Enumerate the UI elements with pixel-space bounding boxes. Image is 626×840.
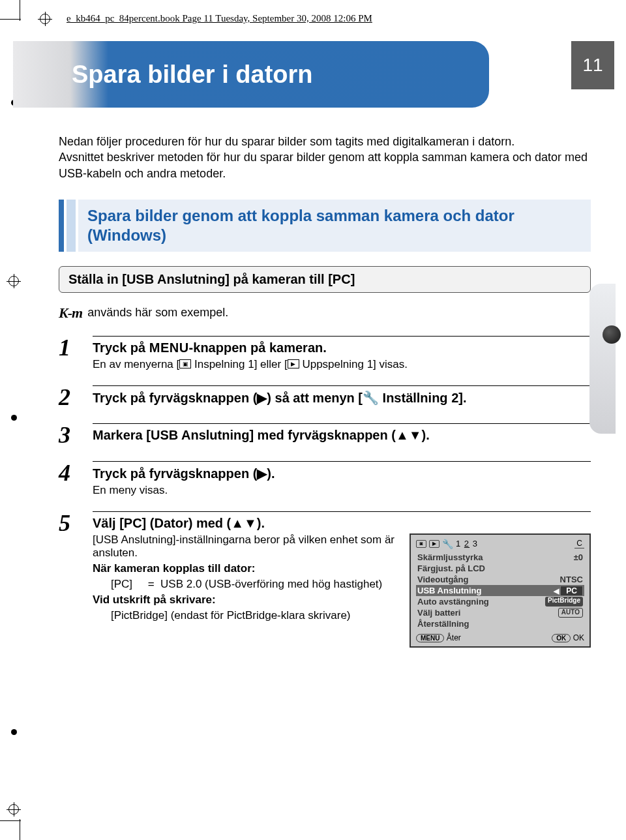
play-icon: ▶ [288,359,299,368]
lcd-row-reset: Återställning [416,618,584,629]
registration-mark-icon [7,802,21,817]
step-title: Markera [USB Anslutning] med fyrvägsknap… [93,428,591,443]
step-desc: En av menyerna [▣ Inspelning 1] eller [▶… [93,358,591,371]
side-tab-dot-icon [603,325,621,344]
example-line: K-m används här som exempel. [59,305,591,322]
step-title: Välj [PC] (Dator) med (▲▼). [93,516,591,531]
step-number: 2 [59,385,80,409]
camera-tab-icon: ◙ [416,540,426,548]
menu-label: MENU [149,340,189,355]
page-content: Spara bilder i datorn 11 Nedan följer pr… [33,23,614,827]
steps-list: 1 Tryck på MENU-knappen på kameran. En a… [59,336,591,648]
lcd-row-colour: Färgjust. på LCD [416,563,584,574]
lcd-row-video: Videoutgång NTSC [416,574,584,585]
km-logo-icon: K-m [59,305,82,322]
step-1: 1 Tryck på MENU-knappen på kameran. En a… [59,336,591,371]
lcd-row-brightness: Skärmljusstyrka ±0 [416,552,584,563]
lcd-row-battery: Välj batteri AUTO [416,607,584,618]
registration-mark-icon [7,274,21,288]
step-title: Tryck på fyrvägsknappen (▶) så att menyn… [93,390,591,406]
crop-mark [20,0,20,21]
arrow-left-icon: ◀ [554,587,559,595]
crop-mark [20,819,20,840]
lcd-bottom-bar: MENU Åter OK OK [416,632,584,642]
step-4: 4 Tryck på fyrvägsknappen (▶). En meny v… [59,461,591,497]
example-text: används här som exempel. [87,306,228,320]
step-3: 3 Markera [USB Anslutning] med fyrvägskn… [59,423,591,447]
ok-button-label: OK [552,634,571,642]
lcd-row-auto: Auto avstängning PictBridge [416,596,584,607]
chapter-title-bar: Spara bilder i datorn 11 [13,41,614,108]
lcd-row-usb-selected: USB Anslutning ◀PC [416,585,584,596]
step-number: 3 [59,423,80,447]
step-number: 5 [59,511,80,535]
crop-mark [0,19,21,20]
intro-paragraph: Nedan följer proceduren för hur du spara… [59,134,591,181]
step-5: 5 Välj [PC] (Dator) med (▲▼). [USB Anslu… [59,511,591,648]
section-heading: Spara bilder genom att koppla samman kam… [78,200,591,252]
heading-accent-bar [67,200,76,252]
step-desc: En meny visas. [93,484,591,497]
lcd-usb-value: PC [560,586,583,596]
binding-dot-icon [11,415,17,421]
step-2: 2 Tryck på fyrvägsknappen (▶) så att men… [59,385,591,409]
sub-heading: Ställa in [USB Anslutning] på kameran ti… [59,266,591,293]
page-number-box: 11 [571,41,614,89]
binding-dot-icon [11,729,17,735]
menu-button-label: MENU [416,634,444,642]
page-number: 11 [582,55,603,76]
wrench-icon: 🔧 [442,539,453,549]
step-number: 4 [59,461,80,485]
camera-icon: ▣ [179,359,191,368]
lcd-page-nums: 1 2 3 [456,539,478,548]
step5-details: [USB Anslutning]-inställningarna beror p… [93,533,396,625]
step-number: 1 [59,336,80,359]
lcd-c-tab: C [574,539,584,548]
section-heading-block: Spara bilder genom att koppla samman kam… [59,200,591,252]
play-tab-icon: ▶ [429,540,440,548]
chapter-title-bg: Spara bilder i datorn [13,41,489,108]
step-title: Tryck på MENU-knappen på kameran. [93,340,591,355]
heading-accent-bar [59,200,64,252]
side-thumb-tab [589,284,616,434]
crop-mark [0,820,21,821]
lcd-tab-bar: ◙ ▶ 🔧 1 2 3 C [416,539,584,549]
camera-lcd-preview: ◙ ▶ 🔧 1 2 3 C Skärmljusstyrka [410,533,591,648]
step-title: Tryck på fyrvägsknappen (▶). [93,466,591,481]
chapter-title: Spara bilder i datorn [72,61,313,89]
